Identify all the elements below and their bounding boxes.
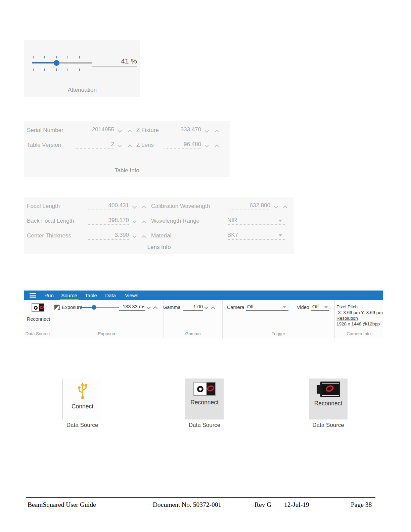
z-lens-field[interactable]: 96.480 bbox=[164, 141, 201, 149]
exposure-label: Exposure bbox=[62, 305, 82, 310]
connect-button-label: Connect bbox=[72, 403, 93, 410]
active-tab-underline bbox=[60, 299, 79, 300]
camera-side-icon bbox=[317, 382, 340, 397]
video-trigger-label: Video bbox=[297, 305, 309, 310]
table-info-panel: Serial Number 2014955 Z Fixture 333.470 … bbox=[24, 121, 230, 177]
usb-icon bbox=[77, 383, 89, 400]
data-source-section-label: Data Source bbox=[62, 422, 102, 429]
field-label: Z Lens bbox=[136, 142, 154, 148]
field-label: Wavelength Range bbox=[151, 218, 199, 224]
footer-guide-title: BeamSquared User Guide bbox=[28, 501, 96, 508]
calibration-wavelength-field[interactable]: 632.800 bbox=[229, 202, 270, 210]
chevron-down-icon[interactable] bbox=[132, 234, 137, 238]
attenuation-value[interactable]: 41 % bbox=[92, 57, 137, 65]
chevron-down-icon[interactable] bbox=[118, 128, 122, 133]
connect-button[interactable]: Connect bbox=[62, 379, 102, 419]
tab-data[interactable]: Data bbox=[102, 291, 119, 300]
field-label: Calibration Wavelength bbox=[151, 203, 210, 210]
field-label: Focal Length bbox=[27, 203, 60, 210]
dropdown-arrow-icon[interactable] bbox=[279, 234, 282, 236]
chevron-up-icon[interactable] bbox=[215, 130, 219, 134]
ribbon-toolbar: Run Source Table Data Views Reconnect Da… bbox=[24, 291, 383, 339]
chevron-down-icon[interactable] bbox=[204, 305, 209, 309]
chevron-down-icon[interactable] bbox=[132, 204, 137, 209]
footer-date: 12-Jul-19 bbox=[284, 501, 309, 508]
table-version-field[interactable]: 2 bbox=[75, 141, 114, 149]
chevron-up-icon[interactable] bbox=[142, 220, 146, 225]
auto-exposure-icon[interactable] bbox=[54, 305, 60, 310]
tab-source[interactable]: Source bbox=[59, 291, 80, 300]
chevron-up-icon[interactable] bbox=[128, 130, 132, 134]
slider-tick-marks-top bbox=[33, 56, 91, 58]
exposure-slider-thumb[interactable] bbox=[92, 305, 96, 310]
gamma-label: Gamma bbox=[163, 305, 181, 310]
pixel-pitch-value: X: 3.69 μm Y: 3.69 μm bbox=[336, 310, 383, 315]
chevron-down-icon[interactable] bbox=[204, 128, 209, 133]
tab-table[interactable]: Table bbox=[83, 291, 99, 300]
chevron-up-icon[interactable] bbox=[142, 206, 146, 210]
reconnect-button[interactable]: Reconnect bbox=[309, 379, 348, 419]
chevron-up-icon[interactable] bbox=[142, 235, 146, 239]
field-label: Table Version bbox=[27, 142, 61, 148]
center-thickness-field[interactable]: 3.390 bbox=[88, 232, 129, 240]
attenuation-slider-thumb[interactable] bbox=[54, 60, 59, 66]
attenuation-label: Attenuation bbox=[24, 87, 140, 93]
dropdown-arrow-icon[interactable] bbox=[324, 306, 328, 308]
data-source-section-label: Data Source bbox=[309, 422, 348, 429]
field-label: Material bbox=[151, 232, 171, 239]
material-dropdown[interactable]: BK7 bbox=[227, 232, 285, 240]
data-source-section-label: Data Source bbox=[185, 422, 224, 429]
serial-number-field[interactable]: 2014955 bbox=[75, 126, 114, 134]
focal-length-field[interactable]: 400.431 bbox=[88, 202, 129, 210]
footer-document-number: Document No. 50372-001 bbox=[153, 501, 221, 508]
exposure-value-field[interactable]: 133.33 ms bbox=[119, 304, 145, 311]
resolution-value: 1928 x 1448 @12bpp bbox=[336, 321, 383, 327]
wavelength-range-dropdown[interactable]: NIR bbox=[227, 217, 285, 225]
camera-trigger-dropdown[interactable]: Off bbox=[246, 304, 288, 311]
back-focal-length-field[interactable]: 398.170 bbox=[88, 217, 129, 225]
attenuation-panel: 41 % Attenuation bbox=[24, 40, 140, 97]
chevron-up-icon[interactable] bbox=[128, 144, 132, 149]
resolution-label: Resolution bbox=[336, 315, 383, 321]
section-label-exposure: Exposure bbox=[51, 331, 164, 336]
attenuation-slider-active-track bbox=[32, 62, 56, 63]
chevron-up-icon[interactable] bbox=[153, 306, 157, 311]
ribbon-tab-bar: Run Source Table Data Views bbox=[24, 291, 383, 300]
dropdown-arrow-icon[interactable] bbox=[283, 306, 286, 308]
panel-title: Table Info bbox=[24, 167, 230, 174]
field-label: Back Focal Length bbox=[27, 218, 74, 224]
panel-title: Lens Info bbox=[24, 244, 294, 251]
dropdown-arrow-icon[interactable] bbox=[279, 220, 282, 222]
camera-icon[interactable] bbox=[32, 303, 44, 312]
chevron-down-icon[interactable] bbox=[132, 219, 137, 223]
camera-trigger-label: Camera bbox=[227, 305, 244, 310]
pixel-pitch-label: Pixel Pitch bbox=[336, 304, 383, 310]
camera-front-icon bbox=[193, 382, 216, 396]
section-divider bbox=[294, 300, 294, 325]
tab-run[interactable]: Run bbox=[41, 291, 57, 300]
z-fixture-field[interactable]: 333.470 bbox=[164, 126, 201, 134]
tab-views[interactable]: Views bbox=[122, 291, 141, 300]
section-label-data-source: Data Source bbox=[24, 331, 51, 336]
reconnect-button[interactable]: Reconnect bbox=[185, 379, 224, 419]
hamburger-menu-icon[interactable] bbox=[30, 293, 36, 299]
attenuation-value-underline bbox=[92, 66, 137, 67]
reconnect-button[interactable]: Reconnect bbox=[27, 316, 71, 322]
footer-page-number: Page 38 bbox=[351, 501, 372, 508]
chevron-down-icon[interactable] bbox=[204, 143, 209, 147]
field-label: Z Fixture bbox=[136, 127, 159, 134]
reconnect-button-label: Reconnect bbox=[190, 399, 219, 406]
chevron-down-icon[interactable] bbox=[274, 204, 278, 209]
lens-info-panel: Focal Length 400.431 Calibration Wavelen… bbox=[24, 197, 294, 254]
gamma-value-field[interactable]: 1.00 bbox=[183, 304, 203, 311]
chevron-up-icon[interactable] bbox=[211, 306, 215, 311]
section-label-camera-info: Camera Info bbox=[334, 331, 383, 336]
field-label: Center Thickness bbox=[27, 232, 71, 239]
chevron-down-icon[interactable] bbox=[118, 143, 122, 147]
section-label-gamma: Gamma bbox=[164, 331, 222, 336]
chevron-down-icon[interactable] bbox=[146, 305, 151, 309]
chevron-up-icon[interactable] bbox=[283, 206, 287, 210]
section-label-trigger: Trigger bbox=[222, 331, 334, 336]
chevron-up-icon[interactable] bbox=[215, 144, 219, 149]
reconnect-button-label: Reconnect bbox=[314, 400, 342, 407]
